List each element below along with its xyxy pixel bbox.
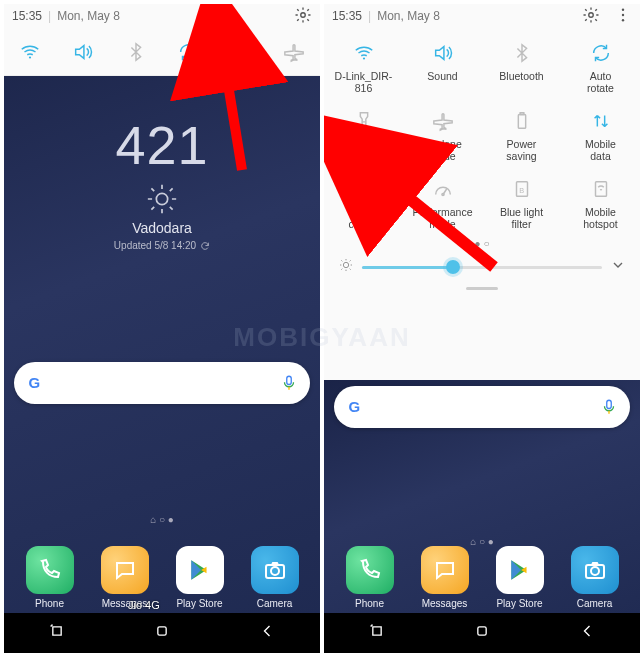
sun-icon <box>145 182 179 216</box>
tile-wificalling[interactable]: Wi-Fi calling <box>324 168 403 236</box>
svg-rect-18 <box>520 113 524 115</box>
svg-rect-5 <box>287 376 292 384</box>
phone-left: 15:35 | Mon, May 8 421 Vadodara Updated … <box>4 4 320 653</box>
quick-settings-panel: D-Link_DIR-816 Sound Bluetooth Auto rota… <box>324 28 640 380</box>
svg-rect-25 <box>607 400 612 408</box>
svg-point-13 <box>622 13 624 15</box>
tile-bluelight[interactable]: B Blue light filter <box>482 168 561 236</box>
tile-bluetooth[interactable]: Bluetooth <box>482 32 561 100</box>
lock-city: Vadodara <box>4 220 320 236</box>
svg-point-12 <box>622 8 624 10</box>
svg-point-1 <box>29 56 31 58</box>
mic-icon[interactable] <box>600 398 618 416</box>
sound-icon[interactable] <box>62 41 104 63</box>
status-bar: 15:35 | Mon, May 8 <box>4 4 320 28</box>
app-playstore[interactable]: Play Store <box>488 546 552 609</box>
tile-mobiledata[interactable]: Mobile data <box>561 100 640 168</box>
tile-powersaving[interactable]: Power saving <box>482 100 561 168</box>
battery-icon <box>511 108 533 134</box>
status-time: 15:35 <box>12 9 42 23</box>
svg-point-8 <box>271 567 279 575</box>
google-logo-icon: G <box>346 397 366 417</box>
tile-flashlight[interactable]: Flashlight <box>324 100 403 168</box>
app-camera[interactable]: Camera <box>243 546 307 609</box>
flashlight-icon[interactable] <box>220 41 262 63</box>
svg-point-23 <box>343 263 348 268</box>
wifi-icon <box>353 40 375 66</box>
google-search-bar[interactable]: G <box>14 362 310 404</box>
svg-point-0 <box>301 12 306 17</box>
status-date: Mon, May 8 <box>377 9 440 23</box>
google-logo-icon: G <box>26 373 46 393</box>
more-icon[interactable] <box>614 6 632 27</box>
bluetooth-icon <box>511 40 533 66</box>
svg-point-28 <box>591 567 599 575</box>
dock: Phone Messages Play Store Camera <box>324 546 640 609</box>
brightness-thumb[interactable] <box>446 260 460 274</box>
airplane-icon <box>432 108 454 134</box>
panel-handle[interactable] <box>466 287 498 290</box>
google-search-bar[interactable]: G <box>334 386 630 428</box>
home-button[interactable] <box>152 621 172 645</box>
recents-button[interactable] <box>47 621 67 645</box>
nav-bar <box>324 613 640 653</box>
tile-hotspot[interactable]: Mobile hotspot <box>561 168 640 236</box>
autorotate-icon[interactable] <box>167 41 209 63</box>
app-phone[interactable]: Phone <box>338 546 402 609</box>
mic-icon[interactable] <box>280 374 298 392</box>
phone-right: 15:35 | Mon, May 8 D-Link_DIR-816 Sound <box>324 4 640 653</box>
app-camera[interactable]: Camera <box>563 546 627 609</box>
nav-bar <box>4 613 320 653</box>
svg-rect-29 <box>478 627 486 635</box>
home-button[interactable] <box>472 621 492 645</box>
svg-point-14 <box>622 19 624 21</box>
data-icon <box>590 108 612 134</box>
expand-icon[interactable] <box>610 257 626 277</box>
tile-performance[interactable]: Performance mode <box>403 168 482 236</box>
back-button[interactable] <box>577 621 597 645</box>
panel-page-indicator: ● ○ <box>324 238 640 249</box>
svg-point-11 <box>589 12 594 17</box>
app-playstore[interactable]: Play Store <box>168 546 232 609</box>
page-indicator: ⌂ ○ ● <box>4 514 320 525</box>
svg-rect-9 <box>158 627 166 635</box>
brightness-track[interactable] <box>362 266 602 269</box>
tile-sound[interactable]: Sound <box>403 32 482 100</box>
lock-updated: Updated 5/8 14:20 <box>4 240 320 251</box>
svg-text:G: G <box>29 374 41 391</box>
wifi-icon[interactable] <box>9 41 51 63</box>
bluelight-icon: B <box>511 176 533 202</box>
tile-autorotate[interactable]: Auto rotate <box>561 32 640 100</box>
auto-brightness-icon[interactable] <box>338 257 354 277</box>
brightness-slider[interactable] <box>324 249 640 283</box>
recents-button[interactable] <box>367 621 387 645</box>
flashlight-icon <box>353 108 375 134</box>
svg-rect-17 <box>518 115 525 129</box>
svg-text:B: B <box>519 186 524 195</box>
settings-icon[interactable] <box>582 6 600 27</box>
tile-airplane[interactable]: Airplane mode <box>403 100 482 168</box>
svg-point-15 <box>362 57 364 59</box>
status-date: Mon, May 8 <box>57 9 120 23</box>
carrier-label: Jio 4G <box>128 599 160 611</box>
sound-icon <box>432 40 454 66</box>
airplane-icon[interactable] <box>273 41 315 63</box>
tile-wifi[interactable]: D-Link_DIR-816 <box>324 32 403 100</box>
status-bar: 15:35 | Mon, May 8 <box>324 4 640 28</box>
bluetooth-icon[interactable] <box>115 41 157 63</box>
svg-point-3 <box>156 193 167 204</box>
autorotate-icon <box>590 40 612 66</box>
app-phone[interactable]: Phone <box>18 546 82 609</box>
hotspot-icon <box>590 176 612 202</box>
wificalling-icon <box>353 176 375 202</box>
app-messages[interactable]: Messages <box>413 546 477 609</box>
quick-settings-row <box>4 28 320 76</box>
svg-text:G: G <box>349 398 361 415</box>
back-button[interactable] <box>257 621 277 645</box>
performance-icon <box>432 176 454 202</box>
status-time: 15:35 <box>332 9 362 23</box>
settings-icon[interactable] <box>294 6 312 27</box>
lock-widget: 421 Vadodara Updated 5/8 14:20 <box>4 114 320 251</box>
dock: Phone Messages Play Store Camera <box>4 546 320 609</box>
lock-time: 421 <box>4 114 320 176</box>
